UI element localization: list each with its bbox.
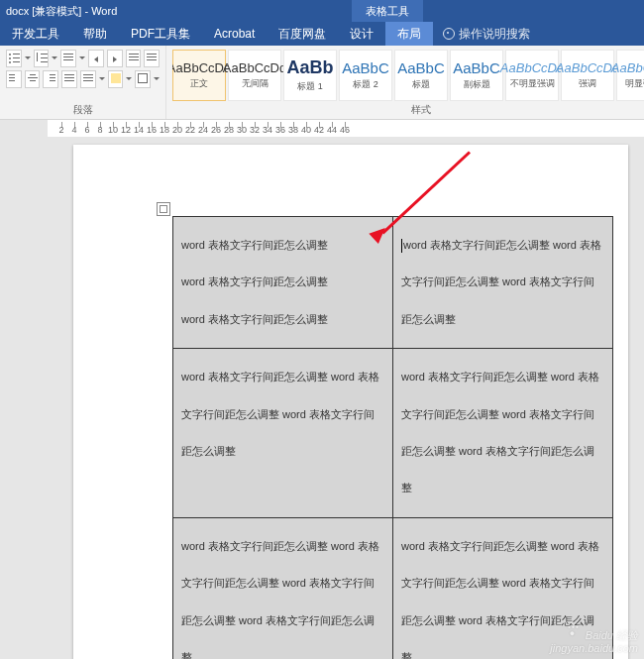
style-name: 强调 xyxy=(579,77,596,90)
align-left-icon[interactable] xyxy=(6,70,22,88)
dropdown-arrow-icon[interactable] xyxy=(154,70,160,88)
page[interactable]: word 表格文字行间距怎么调整word 表格文字行间距怎么调整word 表格文… xyxy=(73,145,628,659)
decrease-indent-icon[interactable] xyxy=(88,50,104,67)
align-justify-icon[interactable] xyxy=(61,70,77,88)
group-label-paragraph: 段落 xyxy=(6,101,160,117)
tab-PDF工具集[interactable]: PDF工具集 xyxy=(119,22,202,46)
line-spacing-icon[interactable] xyxy=(80,70,96,88)
style-name: 明显强调 xyxy=(625,77,644,90)
styles-gallery[interactable]: AaBbCcDd正文AaBbCcDd无间隔AaBb标题 1AaBbC标题 2Aa… xyxy=(172,50,644,101)
lightbulb-icon xyxy=(443,28,455,40)
title-bar: docx [兼容模式] - Word 表格工具 xyxy=(0,0,644,22)
group-label-styles: 样式 xyxy=(172,101,644,117)
text-cursor xyxy=(401,239,402,253)
style-sample: AaBbCcDd xyxy=(500,60,564,75)
style-name: 无间隔 xyxy=(242,77,268,90)
tab-布局[interactable]: 布局 xyxy=(385,22,433,46)
style-name: 不明显强调 xyxy=(510,77,555,90)
watermark-url: jingyan.baidu.com xyxy=(550,642,638,655)
tab-百度网盘[interactable]: 百度网盘 xyxy=(267,22,338,46)
table-cell[interactable]: word 表格文字行间距怎么调整 word 表格文字行间距怎么调整 word 表… xyxy=(393,217,613,349)
tell-me-label: 操作说明搜索 xyxy=(459,26,530,43)
sort-icon[interactable] xyxy=(126,50,142,67)
style-sample: AaBbCcDd xyxy=(611,60,644,75)
tab-帮助[interactable]: 帮助 xyxy=(71,22,119,46)
tab-设计[interactable]: 设计 xyxy=(338,22,385,46)
table-move-handle-icon[interactable] xyxy=(157,202,170,216)
group-styles: AaBbCcDd正文AaBbCcDd无间隔AaBb标题 1AaBbC标题 2Aa… xyxy=(166,46,644,119)
style-name: 副标题 xyxy=(464,78,490,91)
show-marks-icon[interactable] xyxy=(144,50,160,67)
style-无间隔[interactable]: AaBbCcDd无间隔 xyxy=(228,50,281,101)
style-name: 标题 xyxy=(412,78,430,91)
watermark-brand: Baidu 经验 xyxy=(586,629,638,641)
style-name: 标题 2 xyxy=(353,78,378,91)
tab-Acrobat[interactable]: Acrobat xyxy=(202,22,267,46)
style-sample: AaBb xyxy=(286,57,333,78)
style-sample: AaBbC xyxy=(453,59,500,76)
tell-me-search[interactable]: 操作说明搜索 xyxy=(433,22,540,46)
style-标题[interactable]: AaBbC标题 xyxy=(394,50,448,101)
group-paragraph: 段落 xyxy=(0,46,166,119)
table-cell[interactable]: word 表格文字行间距怎么调整 word 表格文字行间距怎么调整 word 表… xyxy=(173,349,393,518)
document-area: word 表格文字行间距怎么调整word 表格文字行间距怎么调整word 表格文… xyxy=(0,137,644,659)
style-强调[interactable]: AaBbCcDd强调 xyxy=(561,50,614,101)
borders-icon[interactable] xyxy=(135,70,151,88)
style-sample: AaBbC xyxy=(342,59,389,76)
style-正文[interactable]: AaBbCcDd正文 xyxy=(172,50,226,101)
style-不明显强调[interactable]: AaBbCcDd不明显强调 xyxy=(505,50,559,101)
bullets-icon[interactable] xyxy=(6,50,22,67)
align-right-icon[interactable] xyxy=(43,70,58,88)
style-sample: AaBbC xyxy=(397,59,445,76)
table-cell[interactable]: word 表格文字行间距怎么调整word 表格文字行间距怎么调整word 表格文… xyxy=(173,217,393,349)
style-name: 正文 xyxy=(190,77,208,90)
style-明显强调[interactable]: AaBbCcDd明显强调 xyxy=(616,50,644,101)
style-标题 2[interactable]: AaBbC标题 2 xyxy=(339,50,392,101)
document-table[interactable]: word 表格文字行间距怎么调整word 表格文字行间距怎么调整word 表格文… xyxy=(172,216,613,659)
table-cell[interactable]: word 表格文字行间距怎么调整 word 表格文字行间距怎么调整 word 表… xyxy=(173,517,393,659)
dropdown-arrow-icon[interactable] xyxy=(25,50,31,67)
numbering-icon[interactable] xyxy=(34,50,50,67)
style-标题 1[interactable]: AaBb标题 1 xyxy=(283,50,337,101)
style-sample: AaBbCcDd xyxy=(556,60,619,75)
align-center-icon[interactable] xyxy=(25,70,41,88)
dropdown-arrow-icon[interactable] xyxy=(52,50,57,67)
multilevel-list-icon[interactable] xyxy=(60,50,76,67)
increase-indent-icon[interactable] xyxy=(107,50,123,67)
dropdown-arrow-icon[interactable] xyxy=(99,70,105,88)
style-副标题[interactable]: AaBbC副标题 xyxy=(450,50,503,101)
table-cell[interactable]: word 表格文字行间距怎么调整 word 表格文字行间距怎么调整 word 表… xyxy=(393,349,613,518)
style-sample: AaBbCcDd xyxy=(223,60,286,75)
dropdown-arrow-icon[interactable] xyxy=(126,70,132,88)
window-title: docx [兼容模式] - Word xyxy=(6,4,117,19)
ribbon: 段落 AaBbCcDd正文AaBbCcDd无间隔AaBb标题 1AaBbC标题 … xyxy=(0,46,644,120)
paw-icon xyxy=(567,625,583,639)
contextual-tab-table-tools[interactable]: 表格工具 xyxy=(352,0,423,22)
shading-icon[interactable] xyxy=(108,70,124,88)
tab-开发工具[interactable]: 开发工具 xyxy=(0,22,71,46)
watermark: Baidu 经验 jingyan.baidu.com xyxy=(550,625,638,655)
style-name: 标题 1 xyxy=(297,80,323,93)
ribbon-tabs: 开发工具帮助PDF工具集Acrobat百度网盘设计布局操作说明搜索 xyxy=(0,22,644,46)
dropdown-arrow-icon[interactable] xyxy=(79,50,85,67)
